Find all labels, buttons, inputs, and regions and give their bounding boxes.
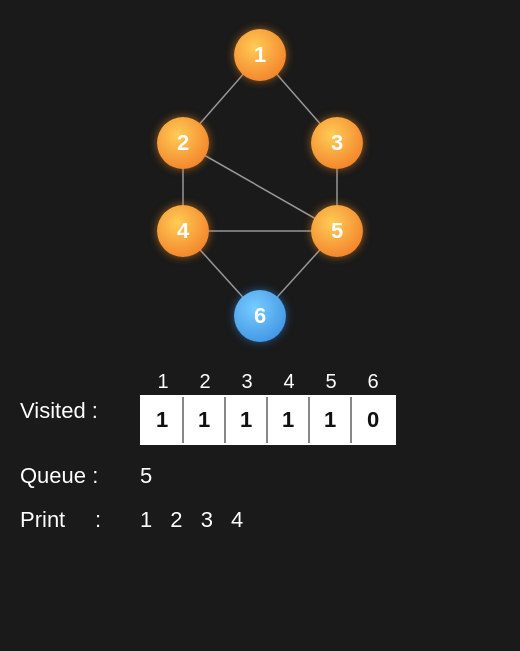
visited-index: 4 — [268, 370, 310, 393]
visited-cell: 1 — [226, 397, 268, 443]
node-1: 1 — [234, 29, 286, 81]
node-4: 4 — [157, 205, 209, 257]
visited-index: 5 — [310, 370, 352, 393]
visited-cell: 1 — [142, 397, 184, 443]
queue-label: Queue : — [20, 463, 140, 489]
visited-cell: 0 — [352, 397, 394, 443]
visited-cell: 1 — [184, 397, 226, 443]
print-colon: : — [95, 507, 140, 533]
visited-index: 1 — [142, 370, 184, 393]
print-row: Print : 1 2 3 4 — [20, 507, 500, 533]
graph-area: 123456 — [0, 0, 520, 360]
visited-index: 3 — [226, 370, 268, 393]
node-2: 2 — [157, 117, 209, 169]
print-values: 1 2 3 4 — [140, 507, 249, 533]
visited-table: 123456 111110 — [140, 370, 396, 445]
node-3: 3 — [311, 117, 363, 169]
node-5: 5 — [311, 205, 363, 257]
info-section: Visited : 123456 111110 Queue : 5 Print … — [0, 360, 520, 533]
visited-cell: 1 — [268, 397, 310, 443]
visited-index: 2 — [184, 370, 226, 393]
queue-row: Queue : 5 — [20, 463, 500, 489]
node-6: 6 — [234, 290, 286, 342]
visited-index: 6 — [352, 370, 394, 393]
queue-value: 5 — [140, 463, 152, 489]
visited-row: Visited : 123456 111110 — [20, 370, 500, 445]
visited-cell: 1 — [310, 397, 352, 443]
print-label: Print — [20, 507, 95, 533]
visited-label: Visited : — [20, 370, 140, 424]
